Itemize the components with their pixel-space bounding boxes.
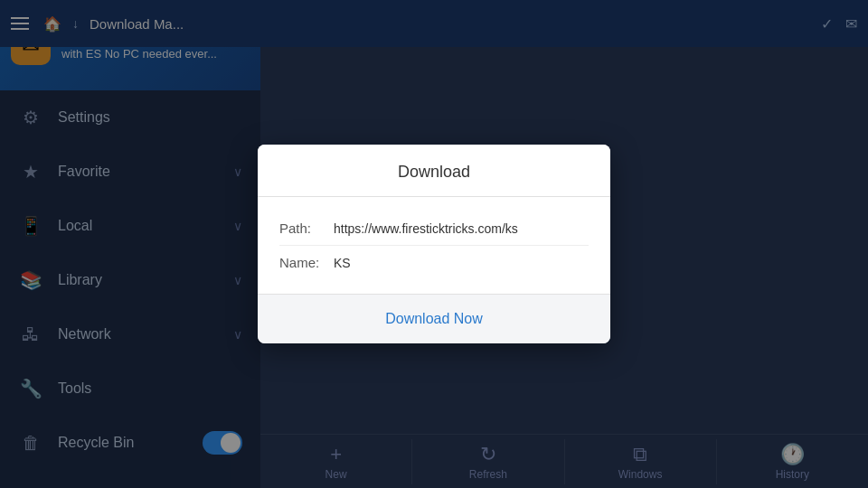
dialog-title: Download (398, 163, 470, 181)
modal-overlay[interactable]: Download Path: https://www.firesticktric… (0, 0, 868, 488)
download-now-button[interactable]: Download Now (363, 305, 505, 333)
dialog-footer: Download Now (258, 294, 610, 343)
name-row: Name: KS (279, 246, 589, 279)
name-label: Name: (279, 255, 334, 270)
name-value: KS (334, 256, 589, 270)
dialog-body: Path: https://www.firesticktricks.com/ks… (258, 197, 610, 294)
path-value: https://www.firesticktricks.com/ks (334, 221, 589, 236)
download-dialog: Download Path: https://www.firesticktric… (258, 145, 610, 343)
path-row: Path: https://www.firesticktricks.com/ks (279, 211, 589, 246)
dialog-header: Download (258, 145, 610, 197)
path-label: Path: (279, 221, 334, 236)
